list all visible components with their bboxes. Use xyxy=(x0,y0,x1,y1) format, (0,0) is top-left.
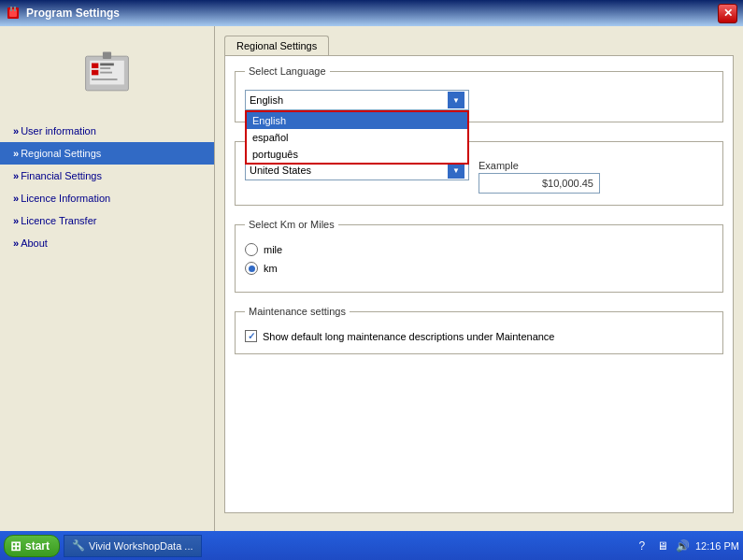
example-label: Example xyxy=(479,160,600,171)
maintenance-checkbox[interactable] xyxy=(245,330,257,342)
svg-rect-2 xyxy=(10,7,12,11)
main-body: User information Regional Settings Finan… xyxy=(0,26,743,531)
example-box: Example $10,000.45 xyxy=(479,160,600,194)
taskbar-program-item[interactable]: 🔧 Vivid WorkshopData ... xyxy=(64,535,201,557)
network-tray-icon[interactable]: 🖥 xyxy=(654,538,671,554)
distance-section: Select Km or Miles mile km xyxy=(235,219,723,293)
radio-item-mile[interactable]: mile xyxy=(245,243,713,256)
lang-option-portugues[interactable]: português xyxy=(247,146,467,163)
language-select-display[interactable]: English ▼ xyxy=(245,90,469,110)
distance-legend: Select Km or Miles xyxy=(245,219,338,230)
title-bar: Program Settings ✕ xyxy=(0,0,743,26)
taskbar-program-label: Vivid WorkshopData ... xyxy=(89,540,193,552)
window-icon xyxy=(6,6,21,21)
lang-option-espanol[interactable]: español xyxy=(247,129,467,146)
svg-rect-7 xyxy=(92,63,98,68)
language-section: Select Language English ▼ English españo… xyxy=(235,65,723,122)
radio-btn-km[interactable] xyxy=(245,262,258,275)
sidebar-item-user-information[interactable]: User information xyxy=(0,120,214,142)
svg-rect-9 xyxy=(100,63,114,65)
svg-rect-6 xyxy=(103,51,111,58)
example-value: $10,000.45 xyxy=(479,173,600,194)
help-tray-icon[interactable]: ? xyxy=(634,538,650,554)
svg-rect-12 xyxy=(92,79,118,80)
radio-label-km: km xyxy=(264,263,278,274)
sidebar-item-regional-settings[interactable]: Regional Settings xyxy=(0,142,214,165)
window-title: Program Settings xyxy=(26,7,718,20)
sidebar-item-about[interactable]: About xyxy=(0,232,214,254)
sidebar: User information Regional Settings Finan… xyxy=(0,26,215,531)
location-row: United States ▼ Example $10,000.45 xyxy=(245,160,713,194)
tab-regional-settings[interactable]: Regional Settings xyxy=(224,36,329,55)
start-windows-icon: ⊞ xyxy=(10,538,21,553)
svg-rect-10 xyxy=(100,67,110,69)
content-area: Regional Settings Select Language Englis… xyxy=(215,26,743,531)
sidebar-logo xyxy=(0,36,214,110)
maintenance-section: Maintenance settings Show default long m… xyxy=(235,306,723,354)
sidebar-item-financial-settings[interactable]: Financial Settings xyxy=(0,165,214,187)
language-select-wrapper: English ▼ English español português xyxy=(245,90,713,110)
speaker-tray-icon[interactable]: 🔊 xyxy=(675,538,692,554)
sidebar-item-licence-transfer[interactable]: Licence Transfer xyxy=(0,209,214,232)
system-clock: 12:16 PM xyxy=(695,540,739,552)
language-dropdown-arrow[interactable]: ▼ xyxy=(448,92,464,108)
radio-label-mile: mile xyxy=(264,244,282,255)
svg-rect-11 xyxy=(100,71,112,73)
lang-option-english[interactable]: English xyxy=(247,112,467,129)
maintenance-checkbox-label: Show default long maintenance descriptio… xyxy=(263,331,554,342)
sidebar-item-licence-information[interactable]: Licence Information xyxy=(0,187,214,209)
radio-btn-mile[interactable] xyxy=(245,243,258,256)
start-button[interactable]: ⊞ start xyxy=(4,535,60,557)
close-button[interactable]: ✕ xyxy=(718,4,737,23)
language-selected-value: English xyxy=(250,94,283,106)
tab-bar: Regional Settings xyxy=(224,36,734,55)
maintenance-checkbox-row[interactable]: Show default long maintenance descriptio… xyxy=(245,330,713,342)
maintenance-legend: Maintenance settings xyxy=(245,306,350,317)
taskbar: ⊞ start 🔧 Vivid WorkshopData ... ? 🖥 🔊 1… xyxy=(0,531,743,560)
svg-rect-3 xyxy=(14,7,16,11)
system-tray: ? 🖥 🔊 12:16 PM xyxy=(634,538,739,554)
start-label: start xyxy=(25,539,50,553)
app-logo xyxy=(81,48,133,99)
taskbar-program-icon: 🔧 xyxy=(72,539,85,552)
radio-item-km[interactable]: km xyxy=(245,262,713,275)
svg-rect-8 xyxy=(92,69,98,75)
language-legend: Select Language xyxy=(245,65,330,77)
location-selected-value: United States xyxy=(250,165,311,176)
settings-panel: Select Language English ▼ English españo… xyxy=(224,55,734,513)
distance-radio-group: mile km xyxy=(245,243,713,275)
language-dropdown-list: English español português xyxy=(245,110,469,165)
